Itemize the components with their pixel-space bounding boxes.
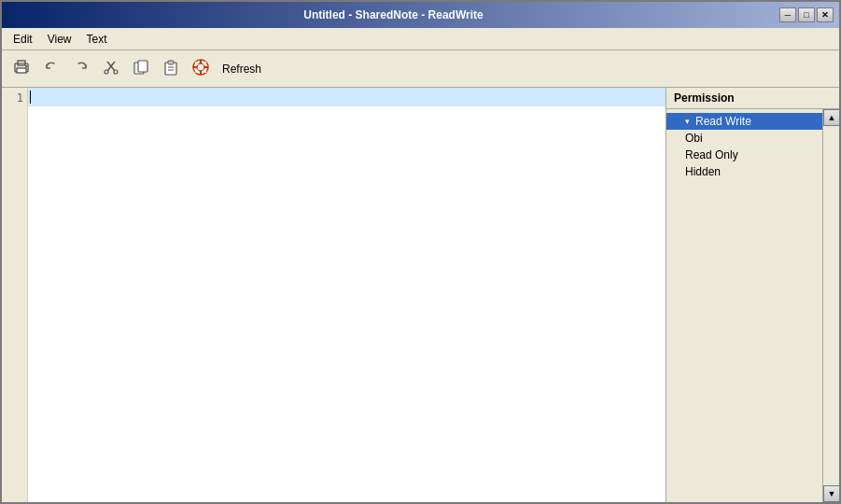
scroll-up-button[interactable]: ▲	[823, 109, 839, 126]
svg-point-7	[114, 70, 118, 74]
cut-button[interactable]	[97, 56, 125, 82]
main-content: 1 Permission ▾ Read Write Obi	[2, 88, 839, 502]
undo-button[interactable]	[37, 56, 65, 82]
text-cursor	[30, 91, 31, 104]
svg-point-6	[105, 70, 108, 74]
sidebar-item-readwrite[interactable]: ▾ Read Write	[666, 113, 822, 130]
menu-view[interactable]: View	[40, 31, 79, 48]
sidebar-header: Permission	[666, 88, 839, 109]
paste-button[interactable]	[157, 56, 185, 82]
window-controls: ─ □ ✕	[779, 7, 834, 22]
sidebar-item-hidden[interactable]: Hidden	[666, 163, 822, 180]
help-icon	[191, 58, 210, 80]
redo-icon	[73, 59, 90, 79]
editor-area: 1	[2, 88, 666, 502]
window-title: Untitled - SharedNote - ReadWrite	[7, 8, 779, 21]
close-button[interactable]: ✕	[817, 7, 834, 22]
copy-icon	[133, 59, 149, 79]
maximize-button[interactable]: □	[798, 7, 815, 22]
print-icon	[13, 59, 30, 79]
line-number-1: 1	[6, 91, 23, 105]
menu-bar: Edit View Text	[2, 28, 839, 50]
sidebar-item-readonly[interactable]: Read Only	[666, 147, 822, 163]
svg-rect-9	[138, 61, 147, 72]
svg-rect-11	[168, 61, 174, 64]
sidebar-scroll-buttons: ▲ ▼	[822, 109, 839, 502]
sidebar-item-label-obi: Obi	[685, 132, 703, 145]
sidebar-item-obi[interactable]: Obi	[666, 130, 822, 147]
sidebar-item-label-readwrite: Read Write	[695, 115, 751, 128]
svg-point-3	[25, 65, 27, 67]
sidebar-list: ▾ Read Write Obi Read Only Hidden	[666, 109, 822, 502]
paste-icon	[162, 59, 179, 79]
cursor-line	[28, 88, 666, 106]
redo-button[interactable]	[67, 56, 95, 82]
editor-inner[interactable]	[28, 88, 666, 502]
help-button[interactable]	[187, 56, 215, 82]
menu-text[interactable]: Text	[78, 31, 114, 48]
minimize-button[interactable]: ─	[779, 7, 796, 22]
scroll-down-button[interactable]: ▼	[823, 485, 839, 502]
arrow-icon: ▾	[685, 117, 690, 126]
menu-edit[interactable]: Edit	[6, 31, 40, 48]
sidebar-body: ▾ Read Write Obi Read Only Hidden ▲	[666, 109, 839, 502]
svg-rect-2	[17, 68, 26, 73]
undo-icon	[43, 59, 60, 79]
copy-button[interactable]	[127, 56, 155, 82]
cut-icon	[103, 59, 119, 79]
refresh-button[interactable]: Refresh	[217, 63, 267, 76]
sidebar-item-label-readonly: Read Only	[685, 148, 738, 161]
sidebar: Permission ▾ Read Write Obi Read Only Hi…	[666, 88, 839, 502]
toolbar: Refresh	[2, 50, 839, 88]
line-numbers: 1	[2, 88, 28, 502]
print-button[interactable]	[7, 56, 35, 82]
title-bar: Untitled - SharedNote - ReadWrite ─ □ ✕	[2, 2, 839, 28]
sidebar-item-label-hidden: Hidden	[685, 165, 721, 178]
main-window: Untitled - SharedNote - ReadWrite ─ □ ✕ …	[0, 0, 841, 504]
